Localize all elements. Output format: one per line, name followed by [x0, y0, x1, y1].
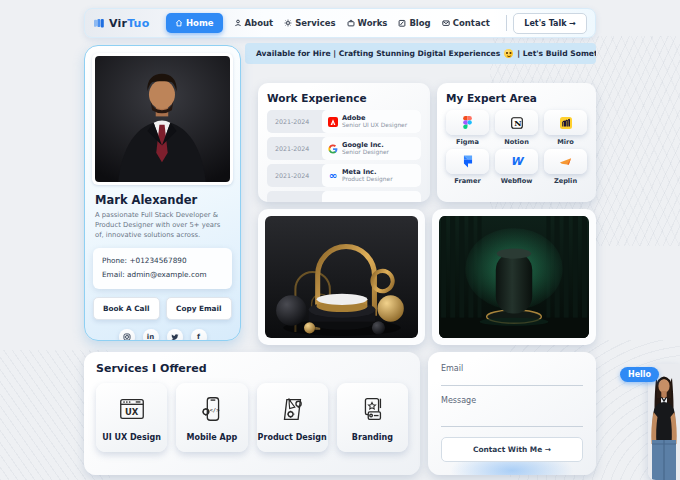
figma-icon[interactable] [446, 110, 489, 135]
service-uiux[interactable]: UX UI UX Design [96, 383, 167, 452]
nav-label: Home [186, 18, 214, 28]
user-icon [234, 19, 242, 27]
service-product-design[interactable]: Product Design [257, 383, 328, 452]
google-icon [328, 144, 338, 154]
branding-icon [357, 394, 387, 424]
service-branding[interactable]: Branding [337, 383, 408, 452]
social-links: in f [85, 329, 240, 341]
framer-icon[interactable] [446, 149, 489, 174]
webflow-icon[interactable]: W [495, 149, 538, 174]
expert-tools-grid: Figma N Notion Miro Framer W Webflow [446, 110, 587, 185]
profile-photo [92, 53, 233, 185]
profile-bio: A passionate Full Stack Developer & Prod… [95, 210, 230, 241]
briefcase-icon [347, 19, 355, 27]
tool-webflow: W Webflow [495, 149, 538, 185]
lets-talk-button[interactable]: Let's Talk → [513, 13, 587, 34]
profile-card: Mark Alexander A passionate Full Stack D… [84, 45, 241, 341]
contact-form-card: Email Message Contact With Me → [428, 352, 596, 475]
blog-icon [398, 19, 406, 27]
services-title: Services I Offered [96, 362, 408, 375]
zeplin-icon[interactable] [544, 149, 587, 174]
logo[interactable]: VirTuo [93, 17, 149, 30]
email-input[interactable] [441, 373, 583, 386]
nav-item-home[interactable]: Home [166, 13, 223, 33]
miro-icon[interactable] [544, 110, 587, 135]
nav-item-services[interactable]: Services [284, 18, 335, 28]
svg-text:N: N [514, 118, 521, 128]
nav-label: About [245, 18, 274, 28]
portfolio-item-podium[interactable] [258, 209, 425, 345]
work-period: 2021-2024 [267, 172, 322, 179]
speaker-artwork-image [439, 216, 589, 338]
tool-figma: Figma [446, 110, 489, 146]
tool-framer: Framer [446, 149, 489, 185]
home-icon [175, 19, 183, 27]
work-chip: Adobe Senior UI UX Designer [322, 110, 421, 133]
service-mobile-app[interactable]: </> Mobile App [176, 383, 247, 452]
copy-email-button[interactable]: Copy Email [166, 297, 233, 320]
book-call-button[interactable]: Book A Call [93, 297, 160, 320]
expert-area-card: My Expert Area Figma N Notion Miro Frame… [437, 83, 596, 202]
nav-item-contact[interactable]: Contact [442, 18, 490, 28]
profile-name: Mark Alexander [95, 193, 230, 207]
work-text: Meta Inc. Product Designer [342, 168, 393, 184]
work-row-adobe[interactable]: 2021-2024 Adobe Senior UI UX Designer [267, 110, 421, 133]
portfolio-item-speaker[interactable] [432, 209, 596, 345]
availability-marquee: Available for Hire | Crafting Stunning D… [245, 43, 596, 64]
meta-icon: ∞ [328, 171, 338, 181]
work-text: Adobe Senior UI UX Designer [342, 114, 407, 130]
work-period: 2021-2024 [267, 145, 322, 152]
facebook-glyph: f [197, 333, 200, 341]
profile-actions: Book A Call Copy Email [93, 297, 232, 320]
twitter-icon[interactable] [167, 329, 183, 341]
marquee-text: | Let's Build Something Ama [517, 49, 596, 58]
email-field-label: Email [441, 364, 583, 373]
tool-zeplin: Zeplin [544, 149, 587, 185]
heart-eyes-emoji-icon [504, 49, 513, 58]
instagram-icon[interactable] [119, 329, 135, 341]
work-chip: ∞ Meta Inc. Product Designer [322, 164, 421, 187]
nav-item-about[interactable]: About [234, 18, 274, 28]
work-row-google[interactable]: 2021-2024 Google Inc. Senior Designer [267, 137, 421, 160]
product-design-icon [277, 394, 307, 424]
services-list: UX UI UX Design </> Mobile App Product D… [96, 383, 408, 452]
services-card: Services I Offered UX UI UX Design </> M… [84, 352, 420, 475]
nav-divider [506, 15, 507, 31]
expert-area-title: My Expert Area [446, 92, 587, 104]
linkedin-icon[interactable]: in [143, 329, 159, 341]
marquee-text: Available for Hire | Crafting Stunning D… [256, 49, 500, 58]
email-value: Email: admin@example.com [102, 268, 223, 283]
chat-bubble[interactable]: Hello [620, 367, 659, 382]
mobile-app-icon: </> [197, 394, 227, 424]
nav-menu: Home About Services Works Blog Contact [155, 13, 500, 33]
work-chip: Google Inc. Senior Designer [322, 137, 421, 160]
gear-icon [284, 19, 292, 27]
logo-text: VirTuo [109, 17, 149, 30]
linkedin-glyph: in [147, 333, 154, 341]
notion-icon[interactable]: N [495, 110, 538, 135]
work-row-meta[interactable]: 2021-2024 ∞ Meta Inc. Product Designer [267, 164, 421, 187]
nav-label: Services [295, 18, 335, 28]
uiux-design-icon: UX [117, 394, 147, 424]
nav-item-blog[interactable]: Blog [398, 18, 430, 28]
work-experience-title: Work Experience [267, 92, 421, 104]
mail-icon [442, 19, 450, 27]
work-row-partial [267, 191, 421, 202]
message-input[interactable] [441, 405, 583, 427]
contact-info-box: Phone: +01234567890 Email: admin@example… [93, 248, 232, 289]
nav-label: Blog [409, 18, 430, 28]
message-field-label: Message [441, 396, 583, 405]
profile-photo-image [95, 56, 230, 182]
work-period: 2021-2024 [267, 118, 322, 125]
contact-submit-button[interactable]: Contact With Me → [441, 437, 583, 462]
work-text: Google Inc. Senior Designer [342, 141, 389, 157]
svg-text:</>: </> [209, 407, 220, 413]
facebook-icon[interactable]: f [191, 329, 207, 341]
nav-item-works[interactable]: Works [347, 18, 388, 28]
phone-value: Phone: +01234567890 [102, 254, 223, 269]
podium-artwork-image [265, 216, 418, 338]
tool-notion: N Notion [495, 110, 538, 146]
tool-miro: Miro [544, 110, 587, 146]
adobe-icon [328, 117, 338, 127]
logo-icon [93, 17, 105, 29]
